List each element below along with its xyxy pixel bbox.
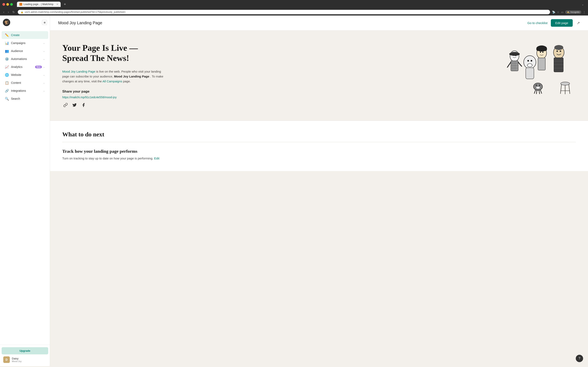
sidebar-item-label: Integrations (11, 89, 43, 92)
sidebar-item-label: Automations (11, 57, 43, 60)
track-description: Turn on tracking to stay up to date on h… (62, 156, 576, 161)
title-bar: Loading page... | Mailchimp ✕ + ⌄ (0, 0, 588, 8)
svg-line-46 (561, 84, 562, 94)
website-icon: 🌐 (5, 73, 9, 77)
sidebar-item-label: Campaigns (11, 42, 43, 45)
chevron-down-icon: ⌄ (43, 58, 45, 60)
address-bar: ‹ › ↻ 🔒 us21.admin.mailchimp.com/landing… (0, 8, 588, 16)
edit-page-button[interactable]: Edit page (551, 19, 573, 27)
sidebar-bottom: Upgrade D Daisy Mood Joy (0, 345, 50, 366)
svg-point-31 (560, 50, 561, 52)
minimize-window-btn[interactable] (6, 3, 9, 6)
cast-icon[interactable]: 📡 (552, 11, 555, 14)
back-btn[interactable]: ‹ (2, 10, 5, 14)
hero-desc-part3: page. (123, 80, 131, 83)
sidebar-icon[interactable]: ▭ (561, 11, 563, 14)
share-heading: Share your page (62, 90, 164, 94)
landing-page-link[interactable]: Mood Joy Landing Page (62, 70, 95, 73)
hero-section: Your Page Is Live — Spread The News! Moo… (50, 31, 588, 121)
sidebar-item-search[interactable]: 🔍 Search (2, 95, 48, 103)
sidebar-item-label: Search (11, 97, 45, 100)
tab-close-btn[interactable]: ✕ (56, 3, 58, 6)
browser-actions: 📡 ☆ ▭ 🕵 Incognito ⋮ (552, 10, 586, 14)
url-text: us21.admin.mailchimp.com/landing-pages/f… (25, 11, 126, 13)
incognito-icon: 🕵 (567, 11, 570, 13)
window-controls (2, 3, 13, 6)
chevron-down-icon: ⌄ (43, 82, 45, 84)
svg-point-32 (554, 45, 563, 50)
svg-rect-2 (512, 52, 517, 53)
next-section-heading: What to do next (62, 131, 576, 138)
integrations-icon: 🔗 (5, 89, 9, 93)
new-tab-btn[interactable]: + (64, 2, 66, 6)
svg-point-27 (542, 52, 544, 53)
sidebar-item-integrations[interactable]: 🔗 Integrations ⌄ (2, 87, 48, 95)
mailchimp-logo[interactable]: 🐒 (3, 19, 10, 26)
svg-rect-5 (511, 61, 518, 71)
page-title: Mood Joy Landing Page (58, 21, 102, 25)
svg-point-39 (539, 85, 540, 86)
browser-chrome: Loading page... | Mailchimp ✕ + ⌄ ‹ › ↻ … (0, 0, 588, 16)
svg-line-13 (518, 62, 522, 66)
facebook-share-button[interactable] (80, 102, 87, 108)
go-to-checklist-button[interactable]: Go to checklist (527, 21, 547, 25)
chevron-down-icon: ⌄ (43, 66, 45, 68)
hero-description: Mood Joy Landing Page is live on the web… (62, 69, 164, 84)
svg-point-26 (540, 52, 541, 53)
track-section-title: Track how your landing page performs (62, 149, 576, 154)
twitter-share-button[interactable] (71, 102, 78, 108)
search-icon: 🔍 (5, 97, 9, 101)
svg-line-44 (540, 90, 542, 93)
chevron-down-icon: ⌄ (43, 42, 45, 44)
active-tab[interactable]: Loading page... | Mailchimp ✕ (17, 2, 61, 7)
svg-point-40 (536, 86, 540, 89)
url-input[interactable]: 🔒 us21.admin.mailchimp.com/landing-pages… (18, 10, 550, 14)
content-icon: 📋 (5, 81, 9, 85)
sidebar-item-campaigns[interactable]: 📊 Campaigns ⌄ (2, 39, 48, 47)
track-edit-link[interactable]: Edit (154, 157, 159, 160)
sidebar-item-analytics[interactable]: 📈 Analytics New ⌄ (2, 63, 48, 71)
lock-icon: 🔒 (21, 11, 24, 13)
new-badge: New (35, 66, 42, 68)
all-campaigns-link[interactable]: All Campaigns (103, 80, 122, 83)
close-window-btn[interactable] (2, 3, 5, 6)
sidebar-item-audience[interactable]: 👥 Audience ⌄ (2, 47, 48, 55)
incognito-badge: 🕵 Incognito (565, 10, 581, 14)
bookmark-icon[interactable]: ☆ (557, 11, 559, 14)
sidebar-item-label: Audience (11, 49, 43, 53)
svg-rect-33 (554, 58, 563, 72)
reload-btn[interactable]: ↻ (12, 10, 16, 14)
analytics-icon: 📈 (5, 65, 9, 69)
svg-line-41 (534, 90, 536, 93)
page-header: Mood Joy Landing Page Go to checklist Ed… (50, 16, 588, 31)
help-button[interactable]: ? (576, 355, 583, 362)
forward-btn[interactable]: › (7, 10, 10, 14)
upgrade-button[interactable]: Upgrade (2, 347, 48, 354)
avatar: D (3, 356, 10, 363)
sidebar: 🐒 ▣ ✏️ Create 📊 Campaigns ⌄ 👥 Audience ⌄ (0, 16, 50, 366)
illustration-svg (502, 43, 576, 108)
next-section: What to do next Track how your landing p… (50, 121, 588, 171)
sidebar-toggle-btn[interactable]: ▣ (42, 20, 47, 25)
svg-point-16 (531, 60, 532, 62)
share-url-link[interactable]: https://mailchi.mp/91c1edc4e558/mood-joy (62, 96, 164, 99)
window-expand-btn[interactable]: ⌄ (582, 3, 586, 6)
sidebar-item-create[interactable]: ✏️ Create (2, 31, 48, 39)
svg-rect-18 (526, 68, 534, 79)
svg-rect-28 (538, 58, 545, 70)
svg-line-42 (536, 90, 537, 94)
track-desc-text: Turn on tracking to stay up to date on h… (62, 157, 153, 160)
hero-title: Your Page Is Live — Spread The News! (62, 43, 164, 63)
hero-desc-bold: Mood Joy Landing Page (114, 75, 149, 78)
sidebar-top: 🐒 ▣ (0, 16, 50, 29)
svg-point-38 (536, 85, 537, 86)
sidebar-item-website[interactable]: 🌐 Website ⌄ (2, 71, 48, 79)
svg-point-25 (542, 47, 545, 49)
svg-line-47 (569, 84, 570, 94)
hero-illustration (502, 43, 576, 108)
sidebar-item-automations[interactable]: ⚙️ Automations ⌄ (2, 55, 48, 63)
copy-link-button[interactable] (62, 102, 69, 108)
maximize-window-btn[interactable] (10, 3, 13, 6)
sidebar-item-content[interactable]: 📋 Content ⌄ (2, 79, 48, 87)
menu-btn[interactable]: ⋮ (583, 11, 586, 14)
